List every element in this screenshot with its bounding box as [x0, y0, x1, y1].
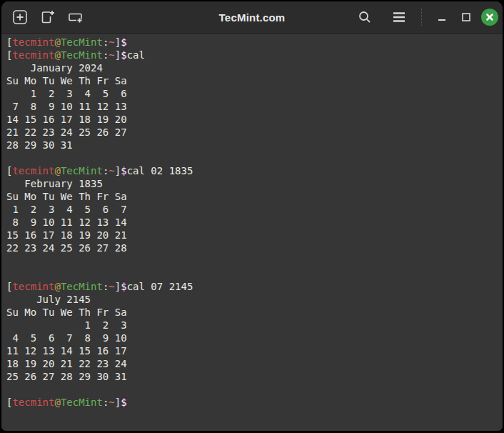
minimize-icon — [437, 12, 447, 22]
terminal-line — [6, 383, 503, 396]
minimize-button[interactable] — [433, 8, 451, 26]
terminal-line — [6, 254, 503, 267]
titlebar: TecMint.com — [1, 1, 503, 34]
plus-square-icon — [12, 9, 28, 25]
terminal-line: 1 2 3 — [6, 319, 503, 332]
terminal-line: [tecmint@TecMint:~]$cal 02 1835 — [6, 164, 503, 177]
terminal-line: [tecmint@TecMint:~]$ — [6, 396, 503, 409]
window-title: TecMint.com — [219, 11, 286, 24]
maximize-icon — [461, 12, 471, 22]
terminal-output[interactable]: [tecmint@TecMint:~]$[tecmint@TecMint:~]$… — [1, 34, 503, 431]
terminal-line: 4 5 6 7 8 9 10 — [6, 332, 503, 344]
terminal-line: 25 26 27 28 29 30 31 — [6, 370, 503, 383]
terminal-line: 28 29 30 31 — [6, 139, 503, 151]
terminal-line: January 2024 — [6, 61, 503, 74]
close-button[interactable] — [481, 9, 498, 26]
search-button[interactable] — [356, 8, 374, 26]
search-icon — [358, 10, 372, 24]
terminal-line: Su Mo Tu We Th Fr Sa — [6, 306, 503, 319]
new-terminal-tab-button[interactable] — [66, 8, 85, 26]
terminal-line: 8 9 10 11 12 13 14 — [6, 216, 503, 229]
hamburger-icon — [393, 11, 405, 23]
terminal-line: [tecmint@TecMint:~]$cal — [6, 49, 503, 61]
terminal-line: 1 2 3 4 5 6 7 — [6, 203, 503, 216]
terminal-line: February 1835 — [6, 177, 503, 190]
terminal-line: 1 2 3 4 5 6 — [6, 87, 503, 100]
terminal-line: 11 12 13 14 15 16 17 — [6, 344, 503, 357]
terminal-line: 22 23 24 25 26 27 28 — [6, 242, 503, 254]
terminal-line: 7 8 9 10 11 12 13 — [6, 100, 503, 113]
terminal-line: Su Mo Tu We Th Fr Sa — [6, 74, 503, 87]
terminal-line: [tecmint@TecMint:~]$ — [6, 36, 503, 49]
new-tab-button[interactable] — [11, 8, 29, 26]
tab-plus-icon — [67, 9, 84, 25]
titlebar-left-actions — [1, 8, 85, 26]
terminal-line: [tecmint@TecMint:~]$cal 07 2145 — [6, 280, 503, 293]
new-window-button[interactable] — [39, 8, 57, 26]
terminal-line: July 2145 — [6, 293, 503, 306]
terminal-line: 21 22 23 24 25 26 27 — [6, 126, 503, 139]
menu-button[interactable] — [390, 8, 408, 26]
close-x-icon — [485, 13, 494, 21]
titlebar-right-actions — [356, 8, 503, 26]
terminal-line — [6, 151, 503, 164]
new-window-plus-icon — [40, 9, 56, 25]
terminal-line — [6, 267, 503, 280]
terminal-line: 18 19 20 21 22 23 24 — [6, 357, 503, 370]
terminal-window: TecMint.com — [1, 1, 503, 431]
terminal-line: 14 15 16 17 18 19 20 — [6, 113, 503, 126]
titlebar-divider — [421, 9, 423, 26]
terminal-line: Su Mo Tu We Th Fr Sa — [6, 190, 503, 203]
terminal-line: 15 16 17 18 19 20 21 — [6, 229, 503, 242]
maximize-button[interactable] — [457, 8, 475, 26]
